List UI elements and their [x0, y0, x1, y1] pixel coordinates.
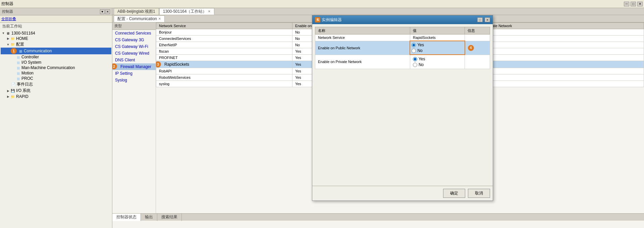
top-bar: 控制器 ─ □ ✕: [0, 0, 644, 8]
panel-pin-btn[interactable]: ▼: [100, 9, 105, 14]
cat-list: Connected Services CS Gateway 3G CS Gate…: [112, 30, 156, 83]
grid-icon: ▦: [18, 49, 23, 53]
close-btn[interactable]: ✕: [637, 2, 643, 6]
tree-item-config[interactable]: ▼ 📁 配置: [1, 41, 111, 48]
tab-config-comm[interactable]: 配置 - Communication ✕: [114, 15, 165, 22]
tree-item-proc[interactable]: ▦ PROC: [1, 76, 111, 81]
badge-4: 4: [468, 45, 474, 51]
tree-item-controller[interactable]: ▦ Controller: [1, 54, 111, 60]
service-ftscan: ftscan: [156, 48, 292, 55]
service-robotwebservices: RobotWebServices: [156, 74, 292, 81]
inst-name-public-network: Enable on Public Network: [315, 41, 410, 55]
left-panel: 控制器 ▼ ✕ 全部折叠 当前工作站 ▼ 🖥 1300-501164 ▶ 📁 H: [0, 8, 112, 228]
expand-icon: ▶: [6, 37, 10, 41]
home-label: HOME: [16, 36, 28, 41]
restore-btn[interactable]: □: [631, 2, 636, 6]
controller-panel-title: 控制器: [2, 9, 99, 14]
radio-input-yes-public[interactable]: [412, 43, 416, 47]
cat-firewall-manager[interactable]: 2 Firewall Manager: [112, 63, 156, 70]
badge-1: 1: [11, 48, 17, 54]
inst-name-network-service: Network Service: [315, 35, 410, 41]
status-bar: 控制器状态 输出 搜索结果: [112, 213, 644, 221]
instance-editor-footer: 确定 取消: [312, 186, 493, 201]
proc-label: PROC: [21, 76, 33, 81]
tree-item-io-system[interactable]: ▦ I/O System: [1, 60, 111, 65]
radio-label-yes-private: Yes: [419, 57, 425, 61]
inst-value-public-network: Yes No: [410, 41, 465, 55]
tree-item-man-machine[interactable]: ▦ Man-Machine Communication: [1, 65, 111, 70]
tab-workstation-close[interactable]: ✕: [208, 10, 211, 13]
expand-icon: ▶: [6, 95, 10, 99]
col-network-service: Network Service: [156, 23, 292, 29]
ok-button[interactable]: 确定: [443, 189, 465, 198]
radio-input-yes-private[interactable]: [413, 57, 417, 61]
radio-input-no-private[interactable]: [413, 63, 417, 67]
minimize-btn[interactable]: ─: [624, 2, 629, 6]
tree-toolbar: 全部折叠: [0, 15, 112, 23]
controller-label: Controller: [21, 55, 39, 59]
rapid-label: RAPID: [16, 94, 29, 99]
instance-editor-title: 实例编辑器: [322, 17, 475, 23]
status-tab-search[interactable]: 搜索结果: [157, 214, 182, 221]
expand-icon: ▶: [6, 89, 10, 93]
radio-no-private[interactable]: No: [413, 62, 462, 67]
station-label: 1300-501164: [11, 31, 35, 36]
io-system-label: I/O System: [21, 60, 41, 65]
inst-info-private-network: [465, 55, 490, 69]
tree-item-station[interactable]: ▼ 🖥 1300-501164: [1, 31, 111, 36]
tab-workstation[interactable]: 1300-501164（工作站） ✕: [159, 8, 215, 15]
inst-editor-close[interactable]: ✕: [485, 17, 490, 22]
inst-row-public-network[interactable]: Enable on Public Network Yes No: [315, 41, 490, 55]
status-tab-output[interactable]: 输出: [141, 214, 157, 221]
tree-item-communication[interactable]: 1 ▦ Communication: [1, 48, 111, 54]
radio-group-private: Yes No: [413, 56, 462, 68]
cat-cs-gateway-wifi[interactable]: CS Gateway Wi-Fi: [112, 43, 156, 50]
app-title: 控制器: [1, 1, 13, 7]
radio-yes-private[interactable]: Yes: [413, 57, 462, 61]
left-panel-header: 控制器 ▼ ✕: [0, 8, 112, 15]
motion-label: Motion: [21, 71, 34, 75]
inst-row-private-network[interactable]: Enable on Private Network Yes No: [315, 55, 490, 69]
inst-info-public-network: 4: [465, 41, 490, 55]
folder-icon: 📁: [10, 94, 15, 99]
radio-yes-public[interactable]: Yes: [412, 43, 463, 47]
cat-syslog[interactable]: Syslog: [112, 77, 156, 83]
inst-editor-minimize[interactable]: □: [477, 17, 483, 22]
inst-col-value: 值: [410, 27, 465, 35]
collapse-all-link[interactable]: 全部折叠: [1, 16, 16, 21]
inst-info-network-service: [465, 35, 490, 41]
cat-connected-services[interactable]: Connected Services: [112, 30, 156, 37]
tree-item-motion[interactable]: ▦ Motion: [1, 70, 111, 76]
tree-content: ▼ 🖥 1300-501164 ▶ 📁 HOME ▼ 📁 配置 1 ▦ Comm…: [0, 30, 112, 228]
current-station-label: 当前工作站: [0, 23, 112, 30]
radio-group-public: Yes No: [412, 42, 463, 54]
inst-row-network-service[interactable]: Network Service RapidSockets: [315, 35, 490, 41]
instance-table: 名称 值 信息 Network Service RapidSockets Ena…: [315, 27, 490, 69]
grid-icon: ▦: [15, 60, 21, 65]
cat-cs-gateway-wired[interactable]: CS Gateway Wired: [112, 50, 156, 57]
status-tab-controller[interactable]: 控制器状态: [112, 214, 141, 221]
radio-input-no-public[interactable]: [412, 49, 416, 53]
cancel-button[interactable]: 取消: [468, 189, 490, 198]
panel-close-btn[interactable]: ✕: [105, 9, 110, 14]
tree-item-io-sys-tree[interactable]: ▶ 💾 I/O 系统: [1, 88, 111, 94]
event-log-label: 事件日志: [17, 81, 33, 87]
tree-item-event-log[interactable]: 📄 事件日志: [1, 81, 111, 88]
cat-ip-setting[interactable]: IP Setting: [112, 70, 156, 77]
cat-dns-client[interactable]: DNS Client: [112, 57, 156, 63]
service-syslog: syslog: [156, 81, 292, 87]
cat-type-label: 类型: [114, 23, 122, 28]
tree-item-home[interactable]: ▶ 📁 HOME: [1, 36, 111, 41]
computer-icon: 🖥: [5, 31, 11, 36]
tree-item-rapid[interactable]: ▶ 📁 RAPID: [1, 94, 111, 99]
cat-cs-gateway-3g[interactable]: CS Gateway 3G: [112, 37, 156, 43]
tab-abb-view[interactable]: ABB-beijinglab:视图1: [114, 8, 159, 15]
radio-label-yes-public: Yes: [417, 43, 424, 47]
doc-icon: 📄: [11, 82, 16, 87]
cat-header: 类型: [112, 22, 156, 30]
inst-col-name: 名称: [315, 27, 410, 35]
config-comm-label: 配置 - Communication: [117, 16, 157, 22]
io-sys-tree-label: I/O 系统: [16, 88, 31, 94]
config-comm-close[interactable]: ✕: [158, 17, 161, 20]
radio-no-public[interactable]: No: [412, 48, 463, 53]
